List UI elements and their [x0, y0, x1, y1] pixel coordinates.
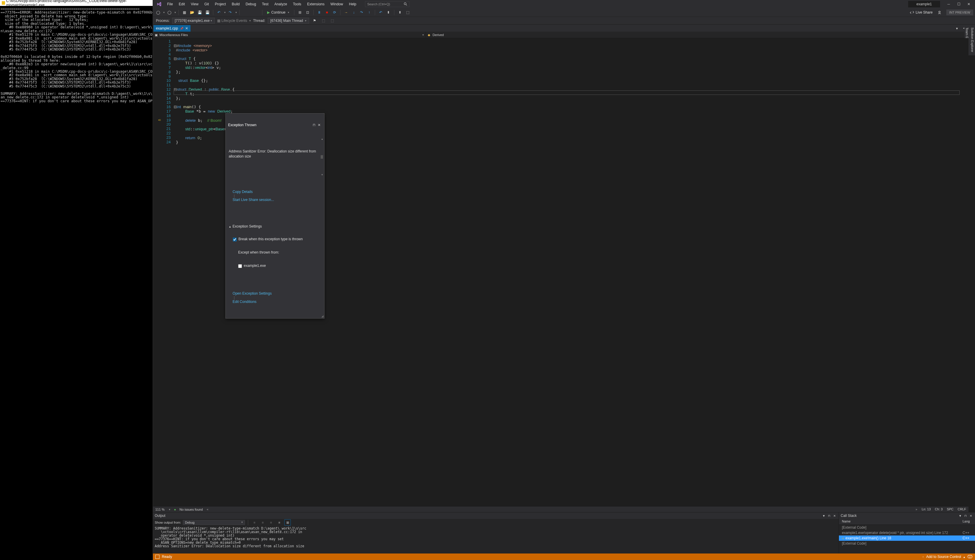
break-on-exception-checkbox[interactable]: [233, 238, 237, 242]
show-next-icon[interactable]: →: [343, 9, 350, 16]
nav-scope-combo[interactable]: ▣Miscellaneous Files ▾: [153, 32, 426, 38]
minimize-button[interactable]: ─: [944, 1, 954, 8]
callstack-col-lang[interactable]: Lang: [962, 519, 973, 525]
maximize-button[interactable]: ☐: [954, 1, 964, 8]
callstack-row[interactable]: example1.exe!operator delete(void * ptr,…: [839, 530, 975, 535]
output-tool-3[interactable]: ≡: [268, 519, 274, 526]
flag-icon[interactable]: ⚑: [311, 17, 318, 24]
step-out-icon[interactable]: ↑: [366, 9, 373, 16]
pin-icon[interactable]: ⊓: [963, 514, 968, 517]
pin-icon[interactable]: 📌: [180, 27, 183, 30]
nav-fwd-icon[interactable]: ◯: [166, 9, 172, 16]
restart-icon[interactable]: ⟳: [331, 9, 338, 16]
issues-label[interactable]: No issues found: [179, 508, 203, 511]
solution-name[interactable]: example1: [908, 1, 940, 7]
except-module-checkbox[interactable]: [238, 264, 242, 268]
copy-details-link[interactable]: Copy Details: [232, 190, 253, 194]
callstack-body[interactable]: [External Code]example1.exe!operator del…: [839, 525, 975, 546]
exception-message: Address Sanitizer Error: Deallocation si…: [229, 149, 321, 159]
step-over-icon[interactable]: ↷: [358, 9, 365, 16]
menu-file[interactable]: File: [164, 1, 176, 7]
lifecycle-events[interactable]: ▦ Lifecycle Events▾: [217, 18, 251, 23]
output-tool-4[interactable]: ≡: [276, 519, 283, 526]
feedback-icon[interactable]: [936, 9, 943, 16]
code-editor[interactable]: 123456789101112131415161718192021222324 …: [153, 38, 968, 506]
callstack-row[interactable]: [External Code]: [839, 541, 975, 546]
dropdown-icon[interactable]: ▼: [958, 514, 963, 517]
close-tab-icon[interactable]: ✕: [185, 26, 188, 30]
process-combo[interactable]: [77376] example1.exe▾: [172, 18, 215, 23]
save-icon[interactable]: 💾: [196, 9, 203, 16]
add-source-control[interactable]: Add to Source Control: [926, 555, 961, 559]
search-box[interactable]: Search (Ctrl+Q): [365, 1, 410, 7]
eol-indicator[interactable]: CRLF: [958, 507, 966, 511]
menu-tools[interactable]: Tools: [290, 1, 304, 7]
menu-help[interactable]: Help: [346, 1, 360, 7]
step-into-icon[interactable]: ↓: [351, 9, 357, 16]
close-icon[interactable]: ✕: [832, 514, 837, 517]
db-icon-2[interactable]: ⊡: [304, 9, 311, 16]
nav-back-icon[interactable]: ◯: [155, 9, 161, 16]
menu-edit[interactable]: Edit: [176, 1, 188, 7]
tool-icon-d[interactable]: ⬚: [405, 9, 411, 16]
new-icon[interactable]: ▦: [181, 9, 187, 16]
menu-window[interactable]: Window: [328, 1, 346, 7]
tool-icon-c[interactable]: ⬍: [397, 9, 403, 16]
tool-icon-b[interactable]: ⬍: [385, 9, 392, 16]
db-icon-1[interactable]: ⊞: [297, 9, 303, 16]
undo-icon[interactable]: ↶: [216, 9, 222, 16]
menu-view[interactable]: View: [188, 1, 201, 7]
pause-icon[interactable]: ⏸: [316, 9, 323, 16]
start-live-share-link[interactable]: Start Live Share session...: [232, 198, 274, 202]
code-text[interactable]: ⊟#include <memory> #include <vector> ⊟st…: [174, 38, 968, 506]
output-body[interactable]: SUMMARY: AddressSanitizer: new-delete-ty…: [153, 526, 839, 553]
stop-icon[interactable]: ■: [324, 9, 330, 16]
dropdown-icon[interactable]: ▼: [821, 514, 826, 517]
pin-icon[interactable]: ⊓: [827, 514, 831, 517]
pin-icon[interactable]: ⊓: [311, 123, 316, 127]
edit-conditions-link[interactable]: Edit Conditions: [232, 300, 256, 304]
continue-button[interactable]: ▶ Continue ▾: [265, 10, 292, 15]
output-tool-2[interactable]: ≡: [259, 519, 266, 526]
callstack-title: Call Stack: [841, 513, 957, 518]
exception-settings-header[interactable]: Exception Settings: [232, 224, 262, 228]
open-exception-settings-link[interactable]: Open Exception Settings: [232, 292, 271, 295]
file-tab-example1[interactable]: example1.cpp 📌 ✕: [154, 25, 191, 32]
indent-indicator[interactable]: SPC: [947, 507, 954, 511]
tool-icon-a[interactable]: ↶: [378, 9, 384, 16]
output-source-combo[interactable]: Debug▾: [183, 520, 245, 525]
line-indicator[interactable]: Ln: 13: [922, 507, 931, 511]
thread-combo[interactable]: [67436] Main Thread▾: [268, 18, 309, 23]
save-all-icon[interactable]: 💾: [204, 9, 211, 16]
stack-frame-icon[interactable]: ⬚: [320, 17, 327, 24]
solution-explorer-tab[interactable]: Solution Explorer: [970, 25, 975, 55]
console-titlebar[interactable]: C:\MSDN\cpp-docs-pr\docs\c-language\ASAN…: [0, 0, 153, 6]
status-mode-icon[interactable]: [155, 555, 159, 559]
open-icon[interactable]: 📂: [189, 9, 195, 16]
visual-studio-window: FileEditViewGitProjectBuildDebugTestAnal…: [153, 0, 975, 560]
menu-project[interactable]: Project: [212, 1, 229, 7]
menu-analyze[interactable]: Analyze: [271, 1, 290, 7]
tab-overflow-icon[interactable]: ▼: [954, 25, 960, 32]
notifications-icon[interactable]: 2: [967, 555, 973, 559]
close-icon[interactable]: ✕: [968, 514, 973, 517]
output-tool-5[interactable]: ⊞: [284, 519, 291, 526]
close-icon[interactable]: ✕: [316, 123, 322, 127]
callstack-row[interactable]: [External Code]: [839, 525, 975, 530]
resize-grip-icon[interactable]: ◢: [321, 315, 324, 318]
tool-icon-e[interactable]: ⬚: [329, 17, 336, 24]
menu-git[interactable]: Git: [201, 1, 212, 7]
zoom-level[interactable]: 111 %: [155, 508, 164, 511]
callstack-col-name[interactable]: Name: [841, 519, 962, 525]
callstack-row[interactable]: ➪example1.exe!main() Line 18C++: [839, 535, 975, 541]
close-button[interactable]: ✕: [964, 1, 974, 8]
output-tool-1[interactable]: ≡: [251, 519, 258, 526]
menu-build[interactable]: Build: [229, 1, 243, 7]
redo-icon[interactable]: ↷: [227, 9, 233, 16]
live-share-button[interactable]: Live Share: [908, 10, 935, 15]
menu-extensions[interactable]: Extensions: [304, 1, 328, 7]
char-indicator[interactable]: Ch: 3: [935, 507, 942, 511]
menu-debug[interactable]: Debug: [242, 1, 259, 7]
nav-type-combo[interactable]: ◆Derived ▾: [426, 32, 968, 38]
menu-test[interactable]: Test: [259, 1, 271, 7]
